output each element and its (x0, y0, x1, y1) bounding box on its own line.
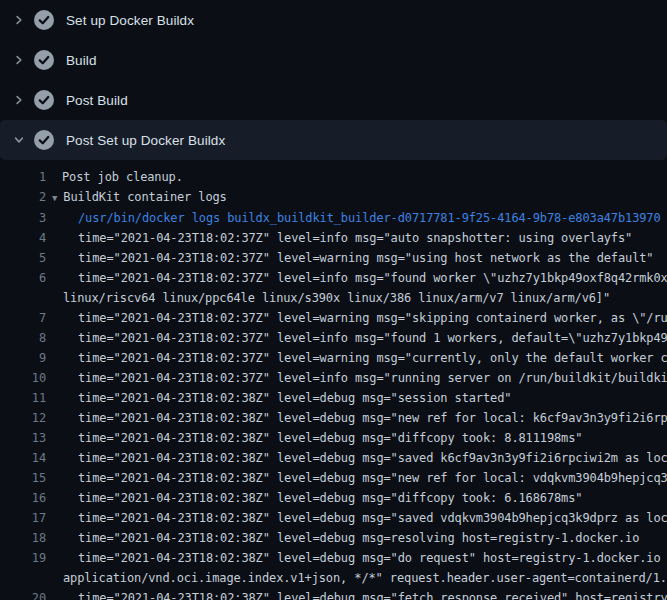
log-line: 17 time="2021-04-23T18:02:38Z" level=deb… (0, 508, 667, 528)
log-line-text: application/vnd.oci.image.index.v1+json,… (63, 568, 667, 588)
step-title: Post Set up Docker Buildx (66, 133, 225, 148)
line-number[interactable]: 20 (0, 588, 46, 600)
line-number[interactable]: 11 (0, 388, 46, 408)
log-line: 4 time="2021-04-23T18:02:37Z" level=info… (0, 228, 667, 248)
check-circle-icon (34, 90, 54, 110)
log-line: 20 time="2021-04-23T18:02:38Z" level=deb… (0, 588, 667, 600)
check-circle-icon (34, 10, 54, 30)
step-title: Set up Docker Buildx (66, 13, 194, 28)
log-line-text: time="2021-04-23T18:02:38Z" level=debug … (78, 548, 667, 568)
line-number[interactable]: 10 (0, 368, 46, 388)
step-header[interactable]: Post Set up Docker Buildx (0, 120, 667, 160)
log-line-text: time="2021-04-23T18:02:37Z" level=info m… (78, 228, 632, 248)
group-label: BuildKit container logs (63, 190, 226, 204)
log-line: application/vnd.oci.image.index.v1+json,… (0, 568, 667, 588)
log-line: 13 time="2021-04-23T18:02:38Z" level=deb… (0, 428, 667, 448)
line-number[interactable]: 2 (0, 187, 46, 207)
log-line-text: time="2021-04-23T18:02:38Z" level=debug … (78, 388, 511, 408)
log-line-text: ▼BuildKit container logs (52, 187, 227, 208)
step-title: Post Build (66, 93, 128, 108)
log-line: 8 time="2021-04-23T18:02:37Z" level=info… (0, 328, 667, 348)
log-line: 9 time="2021-04-23T18:02:37Z" level=warn… (0, 348, 667, 368)
line-number[interactable]: 17 (0, 508, 46, 528)
log-line: 19 time="2021-04-23T18:02:38Z" level=deb… (0, 548, 667, 568)
log-line-text: linux/riscv64 linux/ppc64le linux/s390x … (63, 288, 610, 308)
chevron-down-icon[interactable] (12, 133, 26, 147)
line-number[interactable]: 13 (0, 428, 46, 448)
line-number[interactable]: 18 (0, 528, 46, 548)
log-line-text: time="2021-04-23T18:02:38Z" level=debug … (78, 428, 582, 448)
log-line-text: time="2021-04-23T18:02:37Z" level=info m… (78, 368, 667, 388)
log-line-text: time="2021-04-23T18:02:37Z" level=info m… (78, 268, 667, 288)
log-line-text: time="2021-04-23T18:02:38Z" level=debug … (78, 588, 667, 600)
step-header[interactable]: Build (0, 40, 667, 80)
log-line-text: time="2021-04-23T18:02:38Z" level=debug … (78, 468, 667, 488)
line-number[interactable]: 1 (0, 167, 46, 187)
step-header[interactable]: Post Build (0, 80, 667, 120)
line-number[interactable]: 14 (0, 448, 46, 468)
log-line-text: time="2021-04-23T18:02:38Z" level=debug … (78, 508, 667, 528)
log-line: 2 ▼BuildKit container logs (0, 187, 667, 208)
log-line-text: time="2021-04-23T18:02:38Z" level=debug … (78, 448, 667, 468)
log-line: 11 time="2021-04-23T18:02:38Z" level=deb… (0, 388, 667, 408)
chevron-right-icon[interactable] (12, 93, 26, 107)
log-line: 5 time="2021-04-23T18:02:37Z" level=warn… (0, 248, 667, 268)
group-collapse-toggle-icon[interactable]: ▼ (52, 188, 57, 208)
line-number[interactable]: 7 (0, 308, 46, 328)
log-line: 6 time="2021-04-23T18:02:37Z" level=info… (0, 268, 667, 288)
line-number[interactable]: 15 (0, 468, 46, 488)
line-number[interactable]: 3 (0, 208, 46, 228)
line-number[interactable]: 6 (0, 268, 46, 288)
line-number[interactable]: 12 (0, 408, 46, 428)
log-line: 14 time="2021-04-23T18:02:38Z" level=deb… (0, 448, 667, 468)
log-line-text: time="2021-04-23T18:02:38Z" level=debug … (78, 408, 667, 428)
log-line: 3 /usr/bin/docker logs buildx_buildkit_b… (0, 208, 667, 228)
log-line-text: time="2021-04-23T18:02:37Z" level=info m… (78, 328, 667, 348)
log-line-text: /usr/bin/docker logs buildx_buildkit_bui… (78, 208, 661, 228)
line-number[interactable]: 16 (0, 488, 46, 508)
check-circle-icon (34, 130, 54, 150)
step-title: Build (66, 53, 97, 68)
log-area: 1 Post job cleanup. 2 ▼BuildKit containe… (0, 160, 667, 600)
line-number[interactable]: 4 (0, 228, 46, 248)
chevron-right-icon[interactable] (12, 13, 26, 27)
log-line: linux/riscv64 linux/ppc64le linux/s390x … (0, 288, 667, 308)
log-line: 7 time="2021-04-23T18:02:37Z" level=warn… (0, 308, 667, 328)
chevron-right-icon[interactable] (12, 53, 26, 67)
log-line-text: time="2021-04-23T18:02:37Z" level=warnin… (78, 248, 653, 268)
log-line: 10 time="2021-04-23T18:02:37Z" level=inf… (0, 368, 667, 388)
line-number[interactable]: 8 (0, 328, 46, 348)
step-header[interactable]: Set up Docker Buildx (0, 0, 667, 40)
log-line: 15 time="2021-04-23T18:02:38Z" level=deb… (0, 468, 667, 488)
steps-list: Set up Docker Buildx Build Post Build Po… (0, 0, 667, 160)
log-line: 16 time="2021-04-23T18:02:38Z" level=deb… (0, 488, 667, 508)
log-line-text: time="2021-04-23T18:02:38Z" level=debug … (78, 528, 639, 548)
log-line-text: time="2021-04-23T18:02:38Z" level=debug … (78, 488, 582, 508)
log-line: 18 time="2021-04-23T18:02:38Z" level=deb… (0, 528, 667, 548)
actions-log-viewer: Set up Docker Buildx Build Post Build Po… (0, 0, 667, 600)
check-circle-icon (34, 50, 54, 70)
log-line-text: Post job cleanup. (62, 167, 183, 187)
log-line-text: time="2021-04-23T18:02:37Z" level=warnin… (78, 308, 667, 328)
line-number[interactable]: 19 (0, 548, 46, 568)
log-line: 1 Post job cleanup. (0, 167, 667, 187)
log-line-text: time="2021-04-23T18:02:37Z" level=warnin… (78, 348, 667, 368)
line-number[interactable]: 9 (0, 348, 46, 368)
log-line: 12 time="2021-04-23T18:02:38Z" level=deb… (0, 408, 667, 428)
line-number[interactable]: 5 (0, 248, 46, 268)
